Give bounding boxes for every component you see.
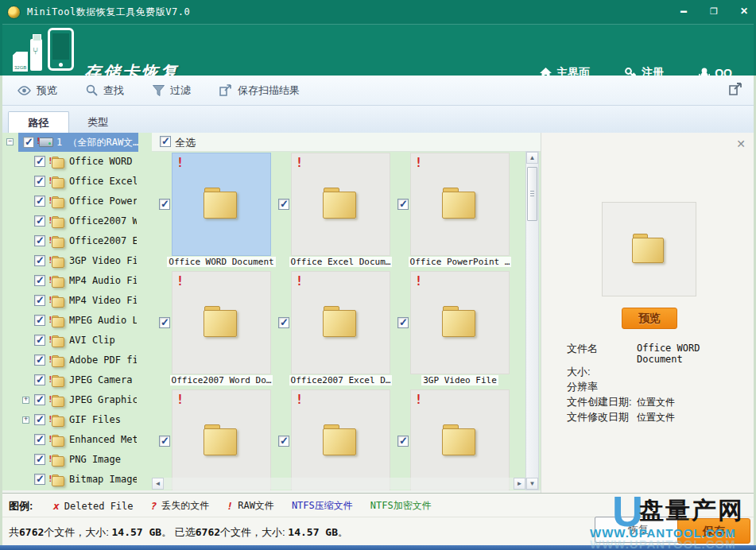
tree-item-checkbox[interactable]	[34, 414, 45, 425]
tile-body[interactable]: !	[410, 389, 510, 490]
preview-thumbnail	[602, 202, 696, 296]
tile-body[interactable]: !	[291, 153, 390, 256]
tree-item-checkbox[interactable]	[34, 474, 45, 485]
toolbar-save-scan-button[interactable]: 保存扫描结果	[219, 83, 300, 98]
tree-root-checkbox[interactable]	[23, 137, 34, 148]
collapse-icon[interactable]	[6, 138, 14, 145]
tree-item-checkbox[interactable]	[34, 394, 45, 405]
tree-item-label: MPEG Audio L…	[69, 315, 137, 326]
tree-item[interactable]: ! Bitmap Image	[2, 470, 138, 490]
tree-item[interactable]: ! MPEG Audio L…	[2, 311, 138, 331]
preview-panel: ✕ 预览 文件名 Office WORD Document 大小: 分辨率 文件…	[541, 133, 754, 493]
tree-item[interactable]: ! Office2007 W…	[2, 211, 138, 231]
scroll-up-icon[interactable]: ▲	[526, 152, 538, 164]
tile-checkbox[interactable]	[159, 317, 170, 328]
expand-icon[interactable]	[22, 397, 29, 404]
grid-vertical-scrollbar[interactable]: ▲ ▼	[525, 151, 539, 490]
status-text: 共6762个文件，大小: 14.57 GB。 已选6762个文件，大小: 14.…	[9, 525, 348, 540]
tile-checkbox[interactable]	[278, 199, 289, 210]
toolbar-label: 预览	[37, 83, 57, 98]
scroll-right-icon[interactable]: ►	[514, 478, 525, 490]
tile-body[interactable]: !	[291, 389, 390, 490]
save-button[interactable]: 保存	[677, 518, 750, 544]
tree-item[interactable]: ! MP4 Audio File	[2, 271, 138, 291]
tree-item-checkbox[interactable]	[34, 434, 45, 445]
tree-item[interactable]: ! GIF Files	[2, 410, 138, 430]
tree-item-checkbox[interactable]	[34, 335, 45, 346]
toolbar-filter-button[interactable]: 过滤	[153, 83, 191, 98]
tree-item-checkbox[interactable]	[34, 454, 45, 465]
tree-item-checkbox[interactable]	[34, 275, 45, 286]
tile-checkbox[interactable]	[397, 317, 409, 328]
tile-checkbox[interactable]	[278, 317, 289, 328]
tree-item[interactable]: ! Enhanced Met…	[2, 430, 138, 450]
tree-item-checkbox[interactable]	[34, 374, 45, 385]
grid-horizontal-scrollbar[interactable]: ◄ ►	[152, 478, 525, 490]
tree-item-checkbox[interactable]	[34, 354, 45, 366]
tree-item[interactable]: ! PNG Image	[2, 450, 138, 470]
detail-row: 文件修改日期 位置文件	[567, 410, 747, 425]
raw-mark-icon: !	[48, 176, 53, 186]
tree-item-checkbox[interactable]	[34, 215, 45, 227]
tile-body[interactable]: !	[172, 389, 271, 490]
tile-checkbox[interactable]	[159, 436, 170, 447]
tree-item-checkbox[interactable]	[34, 235, 45, 246]
tree-item[interactable]: ! JPEG Graphic…	[2, 390, 138, 410]
tree-item[interactable]: ! Adobe PDF file	[2, 351, 138, 370]
toolbar-preview-button[interactable]: 预览	[17, 83, 57, 98]
tree-item[interactable]: ! Office2007 E…	[2, 231, 138, 251]
file-tile: ! Office WORD Document	[172, 153, 271, 268]
tile-label: 3GP Video File	[401, 375, 519, 385]
tree-item-checkbox[interactable]	[34, 255, 45, 266]
expand-icon[interactable]	[22, 416, 29, 424]
folder-icon	[52, 415, 64, 425]
tree-item-checkbox[interactable]	[34, 196, 45, 207]
tree-item[interactable]: ! 3GP Video File	[2, 251, 138, 271]
tree-item[interactable]: ! JPEG Camera …	[2, 370, 138, 390]
tile-checkbox[interactable]	[159, 199, 170, 210]
tree-item[interactable]: ! Office Excel…	[2, 172, 138, 192]
tile-checkbox[interactable]	[397, 436, 409, 447]
folder-icon	[52, 256, 64, 266]
tiles-container: ! Office WORD Document ! Office Excel Do…	[152, 133, 541, 490]
tile-checkbox[interactable]	[397, 199, 409, 210]
maximize-button[interactable]	[707, 5, 721, 17]
tile-body[interactable]: !	[172, 271, 271, 374]
tree-item-checkbox[interactable]	[34, 315, 45, 326]
preview-button[interactable]: 预览	[622, 308, 677, 329]
tree-item[interactable]: ! MP4 Video File	[2, 291, 138, 311]
tile-checkbox[interactable]	[278, 436, 289, 447]
scroll-down-icon[interactable]: ▼	[526, 478, 538, 490]
share-icon[interactable]	[728, 82, 743, 96]
close-preview-icon[interactable]: ✕	[736, 138, 746, 150]
folder-icon	[52, 395, 64, 405]
minimize-button[interactable]	[677, 5, 691, 17]
legend-mark-icon: ?	[151, 500, 157, 512]
tree-item-checkbox[interactable]	[34, 295, 45, 306]
toolbar-find-button[interactable]: 查找	[86, 83, 124, 98]
tree-item[interactable]: ! Office WORD …	[2, 152, 138, 172]
tile-body[interactable]: !	[291, 271, 390, 374]
tile-label: Office Excel Docum…	[281, 257, 400, 267]
tree-item[interactable]: ! AVI Clip	[2, 331, 138, 351]
raw-mark-icon: !	[48, 215, 53, 226]
scroll-left-icon[interactable]: ◄	[152, 478, 164, 490]
tab-type[interactable]: 类型	[70, 111, 126, 133]
close-button[interactable]	[737, 5, 751, 17]
usb-drive-icon	[30, 39, 42, 71]
tile-body[interactable]: !	[410, 271, 510, 374]
tile-body[interactable]: !	[172, 153, 271, 256]
raw-mark-icon: !	[296, 156, 303, 170]
tile-label: Office PowerPoint …	[401, 257, 519, 267]
scrollbar-thumb[interactable]	[527, 167, 537, 221]
tree-item-checkbox[interactable]	[34, 176, 45, 187]
tree-root-item[interactable]: ! 1 （全部的RAW文…	[2, 133, 138, 152]
recover-button[interactable]: 恢复	[595, 517, 682, 543]
tile-body[interactable]: !	[410, 153, 510, 256]
legend-label: 丢失的文件	[161, 499, 209, 513]
tab-path[interactable]: 路径	[8, 111, 69, 133]
folder-icon	[442, 188, 479, 218]
tree-item-checkbox[interactable]	[34, 156, 45, 167]
tree-item[interactable]: ! Office Power…	[2, 192, 138, 211]
tree-item-label: Adobe PDF file	[69, 354, 137, 366]
